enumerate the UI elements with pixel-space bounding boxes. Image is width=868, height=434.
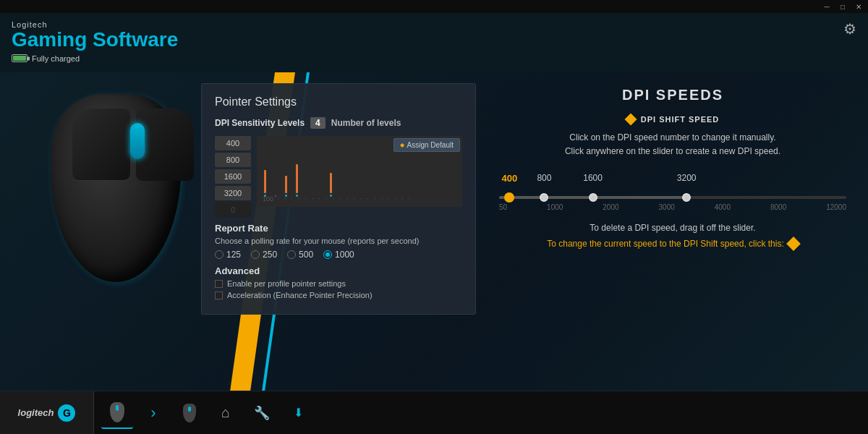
mouse2-taskbar-icon [183, 404, 196, 422]
dpi-bar-1600 [296, 164, 298, 197]
battery-icon [12, 54, 27, 62]
checkbox-icon[interactable] [215, 280, 223, 288]
mouse-left-button [72, 109, 130, 181]
dpi-labels: 400 800 1600 3200 0 [215, 136, 251, 217]
bar-marker [330, 173, 332, 193]
checkbox-acceleration-label: Acceleration (Enhance Pointer Precision) [227, 291, 373, 299]
slider-labels-above: 400 800 1600 3200 [499, 173, 846, 193]
dpi-label-1600[interactable]: 1600 [215, 169, 251, 184]
taskbar-item-mouse2[interactable] [174, 397, 205, 429]
slider-label-400[interactable]: 400 [502, 173, 518, 184]
report-rate-options: 125 250 500 1000 [215, 250, 462, 260]
checkbox-icon2[interactable] [215, 292, 223, 299]
report-rate-label: Report Rate [215, 223, 462, 234]
dpi-label-800[interactable]: 800 [215, 153, 251, 167]
scale-1000: 1000 [547, 203, 563, 211]
scale-4000: 4000 [715, 203, 731, 211]
minimize-button[interactable]: ─ [822, 3, 832, 11]
scale-3000: 3000 [659, 203, 675, 211]
report-500[interactable]: 500 [287, 250, 313, 260]
logo-area: Logitech Gaming Software Fully charged [12, 20, 178, 63]
dpi-header: DPI Sensitivity Levels 4 Number of level… [215, 117, 462, 129]
dpi-label-0: 0 [215, 203, 251, 217]
diamond-icon [624, 114, 637, 126]
dpi-delete-hint: To delete a DPI speed, drag it off the s… [499, 223, 846, 233]
report-500-label: 500 [299, 250, 313, 260]
report-125[interactable]: 125 [215, 250, 241, 260]
checkbox-acceleration[interactable]: Acceleration (Enhance Pointer Precision) [215, 291, 462, 299]
slider-label-3200[interactable]: 3200 [677, 173, 697, 183]
wrench-icon: 🔧 [254, 405, 270, 421]
dpi-count-badge: 4 [310, 117, 326, 129]
taskbar: logitech G › ⌂ 🔧 ⬇ [0, 391, 868, 434]
dpi-section-label: DPI Sensitivity Levels [215, 118, 305, 128]
dpi-speeds-panel: DPI SPEEDS DPI SHIFT SPEED Click on the … [477, 72, 868, 391]
num-levels-text: Number of levels [331, 118, 401, 128]
taskbar-items: › ⌂ 🔧 ⬇ [94, 397, 868, 429]
radio-circle-1000[interactable] [323, 250, 332, 259]
radio-circle-125[interactable] [215, 250, 224, 259]
dpi-bar-3200 [330, 173, 332, 197]
radio-circle-500[interactable] [287, 250, 296, 259]
dpi-change-hint-text: To change the current speed to the DPI S… [547, 239, 784, 249]
dpi-bars [264, 153, 404, 197]
battery-status: Fully charged [32, 54, 80, 63]
instruction2: Click anywhere on the slider to create a… [565, 146, 780, 156]
scale-2000: 2000 [603, 203, 618, 211]
dpi-chart-area[interactable]: Assign Default [257, 136, 462, 207]
dpi-shift-text: DPI SHIFT SPEED [641, 115, 720, 124]
checkbox-per-profile-label: Enable per profile pointer settings [227, 279, 346, 288]
dpi-slider-section[interactable]: 400 800 1600 3200 50 1000 2000 3000 4000… [499, 173, 846, 211]
maximize-button[interactable]: □ [838, 3, 848, 11]
scale-8000: 8000 [770, 203, 786, 211]
dpi-label-3200[interactable]: 3200 [215, 186, 251, 200]
radio-circle-250[interactable] [251, 250, 260, 259]
slider-thumb-3200[interactable] [682, 193, 691, 202]
dpi-speeds-title: DPI SPEEDS [499, 87, 846, 103]
dpi-bar-800 [285, 176, 287, 197]
taskbar-item-settings[interactable]: 🔧 [246, 397, 278, 429]
taskbar-item-next[interactable]: › [137, 397, 169, 429]
report-250[interactable]: 250 [251, 250, 277, 260]
close-button[interactable]: ✕ [854, 3, 864, 11]
gear-icon[interactable]: ⚙ [843, 20, 856, 38]
download-icon: ⬇ [294, 406, 303, 420]
report-rate-desc: Choose a polling rate for your mouse (re… [215, 237, 462, 245]
slider-thumb-800[interactable] [540, 193, 548, 202]
taskbar-item-home[interactable]: ⌂ [210, 397, 242, 429]
chevron-right-icon: › [150, 404, 156, 422]
taskbar-item-download[interactable]: ⬇ [282, 397, 314, 429]
pointer-panel-title: Pointer Settings [215, 95, 462, 109]
logitech-text-bottom: logitech [18, 407, 54, 418]
bar-marker [285, 176, 287, 193]
battery-fill [13, 56, 26, 61]
battery-bar: Fully charged [12, 54, 178, 63]
taskbar-item-mouse[interactable] [101, 397, 133, 429]
slider-label-1600[interactable]: 1600 [583, 173, 603, 183]
logitech-logo-bottom: logitech G [0, 391, 94, 434]
bar-marker [296, 164, 298, 193]
dpi-bar-400 [264, 170, 266, 197]
instruction1: Click on the DPI speed number to change … [569, 132, 775, 142]
slider-thumb-1600[interactable] [589, 193, 597, 202]
mouse-body [51, 94, 181, 282]
assign-default-button[interactable]: Assign Default [393, 138, 460, 152]
scale-50: 50 [499, 203, 507, 211]
dpi-label-400[interactable]: 400 [215, 136, 251, 150]
slider-label-800[interactable]: 800 [537, 173, 551, 183]
dpi-slider-track[interactable] [499, 196, 846, 199]
dpi-shift-label: DPI SHIFT SPEED [499, 115, 846, 124]
logitech-g-icon: G [58, 404, 75, 422]
mouse-right-button [136, 109, 194, 181]
report-1000[interactable]: 1000 [323, 250, 354, 260]
advanced-label: Advanced [215, 265, 462, 276]
dpi-change-diamond[interactable] [786, 237, 801, 251]
slider-thumb-gold[interactable] [504, 192, 514, 203]
mouse-taskbar-icon [110, 402, 124, 422]
ruler-dots: 100 · · · · · · · · · · · · · · · · · · … [263, 195, 456, 203]
checkbox-per-profile[interactable]: Enable per profile pointer settings [215, 279, 462, 288]
home-icon: ⌂ [221, 404, 230, 421]
app-title: Gaming Software [12, 29, 178, 51]
bar-marker [264, 170, 266, 193]
report-125-label: 125 [226, 250, 241, 260]
